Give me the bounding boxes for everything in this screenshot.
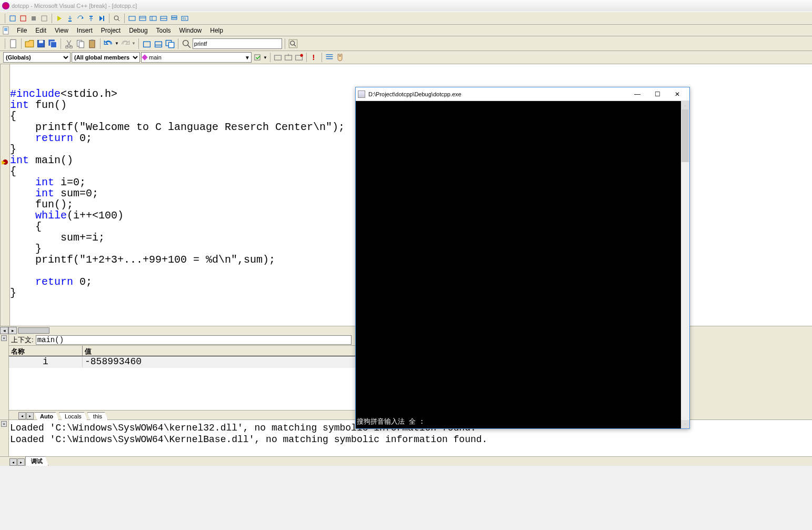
scroll-left-icon[interactable]: ◂: [0, 327, 8, 334]
tab-nav-right[interactable]: ▸: [26, 412, 34, 419]
quickwatch-button[interactable]: [112, 14, 122, 23]
hand-button[interactable]: [335, 53, 345, 62]
svg-rect-30: [168, 42, 174, 47]
execute-button[interactable]: [39, 14, 49, 23]
breakpoint-button[interactable]: !: [309, 53, 319, 62]
bookmark-button[interactable]: [294, 53, 304, 62]
console-title-text: D:\Project\dotcpp\Debug\dotcpp.exe: [368, 91, 462, 97]
cut-button[interactable]: [64, 38, 74, 49]
goto-dropdown[interactable]: ▼: [263, 55, 267, 60]
disassembly-window-button[interactable]: 01: [180, 14, 189, 23]
output-tab-left[interactable]: ◂: [9, 458, 17, 466]
close-output-button[interactable]: ×: [1, 421, 7, 427]
nav-back-button[interactable]: [273, 53, 283, 62]
open-button[interactable]: [24, 38, 35, 49]
ime-status: 搜狗拼音输入法 全 :: [357, 417, 424, 426]
callstack-window-button[interactable]: [169, 14, 179, 23]
menu-window[interactable]: Window: [175, 26, 206, 35]
context-input[interactable]: [36, 335, 352, 345]
output-button[interactable]: [153, 38, 164, 49]
tab-auto[interactable]: Auto: [34, 412, 59, 420]
copy-button[interactable]: [75, 38, 86, 49]
undo-button[interactable]: [103, 38, 114, 49]
workspace-button[interactable]: [142, 38, 152, 49]
svg-rect-26: [91, 39, 93, 41]
tab-this[interactable]: this: [87, 412, 108, 420]
variables-window-button[interactable]: [138, 14, 147, 23]
menu-insert[interactable]: Insert: [73, 26, 97, 35]
svg-point-21: [66, 45, 68, 48]
console-body[interactable]: 搜狗拼音输入法 全 : ▴ ▾: [356, 101, 689, 428]
scope-function-label: main: [149, 54, 162, 61]
app-icon: [2, 2, 9, 9]
svg-rect-24: [79, 42, 84, 48]
menu-file[interactable]: File: [13, 26, 31, 35]
run-to-cursor-button[interactable]: [97, 14, 106, 23]
watch-row[interactable]: i -858993460: [9, 356, 359, 368]
svg-rect-0: [10, 16, 15, 21]
scroll-thumb[interactable]: [18, 327, 49, 334]
output-tab-right[interactable]: ▸: [17, 458, 25, 466]
close-panel-button[interactable]: ×: [1, 335, 7, 341]
registers-window-button[interactable]: [148, 14, 158, 23]
current-line-arrow-icon: [1, 158, 9, 166]
paste-button[interactable]: [87, 38, 97, 49]
window-list-button[interactable]: [165, 38, 175, 49]
maximize-button[interactable]: ☐: [647, 88, 667, 101]
scroll-right-icon[interactable]: ▸: [8, 327, 17, 334]
col-value-header: 值: [83, 346, 359, 356]
save-button[interactable]: [36, 38, 46, 49]
find-combo[interactable]: [193, 38, 282, 49]
go-button[interactable]: [55, 14, 64, 23]
console-titlebar[interactable]: D:\Project\dotcpp\Debug\dotcpp.exe — ☐ ✕: [356, 87, 689, 101]
step-into-button[interactable]: [65, 14, 75, 23]
save-all-button[interactable]: [47, 38, 58, 49]
menu-project[interactable]: Project: [97, 26, 125, 35]
step-out-button[interactable]: [86, 14, 96, 23]
wizard-bar: (Globals) (All global members main ▼ ▼ !: [0, 51, 812, 64]
menu-view[interactable]: View: [51, 26, 73, 35]
nav-forward-button[interactable]: [284, 53, 293, 62]
svg-rect-25: [89, 40, 95, 47]
svg-rect-35: [285, 55, 292, 60]
scope-members-combo[interactable]: (All global members: [72, 52, 140, 63]
memory-window-button[interactable]: [159, 14, 168, 23]
compile-button[interactable]: [8, 14, 17, 23]
svg-point-31: [183, 40, 188, 45]
col-name-header: 名称: [9, 346, 83, 356]
stop-build-button[interactable]: [29, 14, 38, 23]
svg-rect-18: [39, 40, 43, 43]
indent-button[interactable]: [325, 53, 334, 62]
redo-button[interactable]: [120, 38, 131, 49]
scope-class-combo[interactable]: (Globals): [3, 52, 71, 63]
tab-nav-left[interactable]: ◂: [18, 412, 26, 419]
svg-rect-16: [11, 39, 16, 47]
tab-locals[interactable]: Locals: [59, 412, 87, 420]
menu-debug[interactable]: Debug: [125, 26, 152, 35]
tab-debug-output[interactable]: 调试: [25, 456, 48, 466]
step-over-button[interactable]: [76, 14, 85, 23]
watch-window-button[interactable]: [127, 14, 137, 23]
scroll-up-icon[interactable]: ▴: [681, 101, 689, 109]
find-in-files-button[interactable]: [288, 38, 298, 49]
svg-point-37: [300, 54, 303, 57]
console-vscrollbar[interactable]: ▴ ▾: [681, 101, 689, 428]
menu-help[interactable]: Help: [206, 26, 227, 35]
undo-dropdown[interactable]: ▼: [115, 41, 119, 46]
menu-edit[interactable]: Edit: [31, 26, 51, 35]
minimize-button[interactable]: —: [627, 88, 647, 101]
scope-function-combo[interactable]: main ▼: [141, 52, 252, 63]
menu-tools[interactable]: Tools: [152, 26, 175, 35]
new-file-button[interactable]: [8, 38, 18, 49]
svg-rect-9: [150, 16, 156, 21]
console-window: D:\Project\dotcpp\Debug\dotcpp.exe — ☐ ✕…: [355, 87, 690, 429]
scroll-down-icon[interactable]: ▾: [681, 420, 689, 428]
find-button[interactable]: [181, 38, 192, 49]
context-label: 上下文:: [11, 335, 34, 345]
build-button[interactable]: [18, 14, 28, 23]
close-button[interactable]: ✕: [667, 88, 687, 101]
goto-button[interactable]: [253, 53, 262, 62]
svg-rect-28: [155, 42, 162, 47]
redo-dropdown[interactable]: ▼: [132, 41, 136, 46]
console-scroll-thumb[interactable]: [681, 109, 689, 162]
